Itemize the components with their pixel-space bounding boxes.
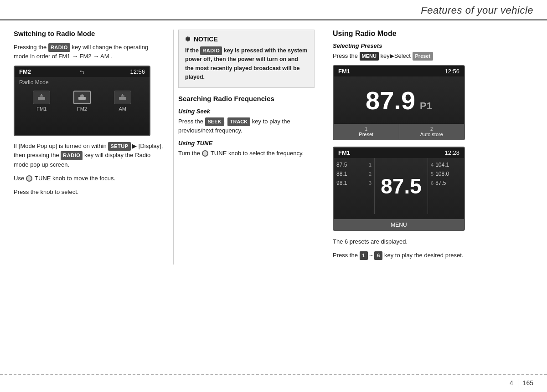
right-para1: The 6 presets are displayed. — [333, 237, 533, 246]
selecting-presets-subtitle: Selecting Presets — [333, 42, 533, 49]
pl-mode: FM1 — [338, 149, 350, 156]
radio-mode-text-label: Radio Mode — [19, 79, 49, 86]
radio-key-1: RADIO — [48, 43, 70, 52]
pl-freq-3: 98.1 — [336, 180, 367, 186]
ps1-btn1-num: 1 — [334, 127, 399, 132]
ps1-autostore-btn[interactable]: 2 Auto store — [399, 124, 464, 139]
svg-rect-2 — [41, 94, 42, 96]
ps1-btn2-num: 2 — [399, 127, 464, 132]
right-column: Using Radio Mode Selecting Presets Press… — [324, 30, 533, 265]
pl-menu-bar: MENU — [334, 219, 464, 230]
pl-item-3: 98.1 3 — [334, 178, 374, 188]
tune-knob-middle — [202, 150, 208, 157]
left-column: Switching to Radio Mode Pressing the RAD… — [14, 30, 164, 265]
pl-left-list: 87.5 1 88.1 2 98.1 3 — [334, 158, 375, 214]
fm2-icon-box — [73, 91, 91, 104]
pl-center: 87.5 — [375, 158, 428, 214]
pl-body: 87.5 1 88.1 2 98.1 3 87.5 — [334, 158, 464, 214]
page-header: Features of your vehicle — [0, 0, 547, 20]
page-footer: 4 165 — [0, 374, 547, 392]
am-icon-label: AM — [119, 106, 126, 112]
svg-rect-3 — [78, 97, 86, 100]
pl-right-item-6: 6 87.5 — [428, 178, 464, 188]
notice-star: ✽ — [185, 36, 191, 43]
pl-right-num-5: 5 — [431, 171, 433, 177]
radio-icon-group: FM1 FM2 — [15, 91, 150, 112]
key-1: 1 — [360, 251, 368, 260]
ps1-btn2-label: Auto store — [420, 132, 443, 137]
pl-right-freq-5: 108.0 — [435, 171, 449, 177]
page-number: 4 165 — [510, 379, 533, 387]
pl-num-2: 2 — [369, 171, 372, 177]
pl-right-item-5: 5 108.0 — [428, 169, 464, 178]
notice-text: If the RADIO key is pressed with the sys… — [185, 46, 308, 82]
page-title: Features of your vehicle — [421, 5, 533, 16]
ps1-preset-label: P1 — [420, 100, 432, 112]
preset-badge: Preset — [413, 52, 433, 61]
ps1-frequency-display: 87.9 P1 — [334, 76, 464, 118]
svg-rect-8 — [122, 94, 123, 96]
screen-mode-label: FM2 — [19, 68, 31, 75]
seek-subtitle: Using Seek — [178, 108, 315, 115]
left-para1: Pressing the RADIO key will change the o… — [14, 43, 164, 61]
radio-key-2: RADIO — [61, 151, 83, 160]
ps1-freq-num: 87.9 — [366, 88, 415, 113]
pl-big-freq: 87.5 — [381, 176, 422, 197]
track-key: TRACK — [227, 117, 251, 126]
radio-mode-screen: FM2 ⇆ 12:56 Radio Mode FM1 — [14, 66, 150, 136]
pl-right-list: 4 104.1 5 108.0 6 87.5 — [428, 158, 464, 214]
select-presets-para: Press the MENU key▶Select Preset — [333, 51, 533, 61]
setup-key: SETUP — [108, 142, 130, 151]
notice-title: ✽ NOTICE — [185, 36, 308, 43]
svg-rect-5 — [82, 94, 83, 96]
menu-key: MENU — [360, 52, 379, 61]
pl-right-num-4: 4 — [431, 162, 433, 168]
pl-freq-2: 88.1 — [336, 171, 367, 177]
pl-freq-1: 87.5 — [336, 162, 367, 168]
am-icon-box — [114, 91, 131, 104]
notice-box: ✽ NOTICE If the RADIO key is pressed wit… — [178, 30, 315, 88]
fm1-icon-box — [33, 91, 50, 104]
pl-num-3: 3 — [369, 180, 372, 186]
preset-list-screen: FM1 12:28 87.5 1 88.1 2 98.1 3 — [333, 147, 465, 231]
pl-right-item-4: 4 104.1 — [428, 160, 464, 169]
left-section-title: Switching to Radio Mode — [14, 30, 164, 37]
search-section-title: Searching Radio Frequencies — [178, 95, 315, 102]
ps1-preset-btn[interactable]: 1 Preset — [334, 124, 399, 139]
tune-subtitle: Using TUNE — [178, 140, 315, 147]
footer-divider — [518, 379, 518, 387]
ps1-mode: FM1 — [338, 68, 350, 75]
pl-right-freq-4: 104.1 — [435, 162, 449, 168]
tune-knob-icon — [26, 175, 32, 182]
middle-column: ✽ NOTICE If the RADIO key is pressed wit… — [173, 30, 315, 265]
preset-screen-1: FM1 12:56 87.9 P1 1 Preset 2 Auto store — [333, 65, 465, 140]
seek-key: SEEK — [205, 117, 224, 126]
fm1-svg-icon — [37, 93, 46, 102]
pl-item-1: 87.5 1 — [334, 160, 374, 169]
pl-time: 12:28 — [444, 149, 459, 156]
radio-icon-am: AM — [114, 91, 131, 112]
arrow-1: → — [72, 53, 80, 60]
svg-rect-6 — [119, 97, 126, 100]
right-para2: Press the 1 ~ 6 key to play the desired … — [333, 251, 533, 260]
pl-num-1: 1 — [369, 162, 372, 168]
tune-para: Turn the TUNE knob to select the frequen… — [178, 149, 315, 158]
ps1-time: 12:56 — [444, 68, 459, 75]
radio-icon-fm1: FM1 — [33, 91, 50, 112]
seek-para: Press the SEEK, TRACK key to play the pr… — [178, 117, 315, 135]
pl-topbar: FM1 12:28 — [334, 148, 464, 158]
pl-item-2: 88.1 2 — [334, 169, 374, 178]
antenna-icon: ⇆ — [80, 69, 84, 75]
main-content: Switching to Radio Mode Pressing the RAD… — [0, 20, 547, 274]
left-para4: Press the knob to select. — [14, 188, 164, 197]
fm2-icon-label: FM2 — [77, 106, 87, 112]
left-para3: Use TUNE knob to move the focus. — [14, 174, 164, 183]
notice-radio-key: RADIO — [200, 46, 222, 55]
left-para2: If [Mode Pop up] is turned on within SET… — [14, 142, 164, 169]
arrow-2: → — [93, 53, 100, 60]
pl-right-num-6: 6 — [431, 180, 433, 186]
ps1-bottombar: 1 Preset 2 Auto store — [334, 124, 464, 139]
screen-time: 12:56 — [130, 68, 145, 75]
am-svg-icon — [118, 93, 127, 102]
right-section-title: Using Radio Mode — [333, 30, 533, 38]
